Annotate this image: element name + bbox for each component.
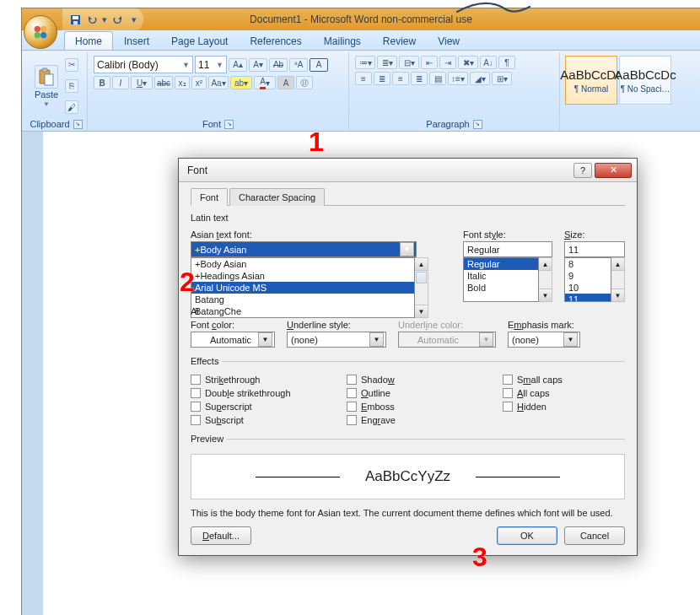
character-border-icon[interactable]: A <box>310 58 328 72</box>
office-button[interactable] <box>24 15 57 49</box>
dialog-tab-font[interactable]: Font <box>191 188 228 206</box>
chk-outline[interactable]: Outline <box>347 388 469 398</box>
subscript-button[interactable]: x₂ <box>175 76 190 89</box>
borders-icon[interactable]: ⊞▾ <box>492 72 512 85</box>
font-launcher-icon[interactable]: ↘ <box>224 120 234 129</box>
line-spacing-icon[interactable]: ↕≡▾ <box>448 72 468 85</box>
font-size-combo[interactable]: 11▼ <box>195 56 227 73</box>
dialog-titlebar[interactable]: Font ? ✕ <box>179 159 637 182</box>
tab-references[interactable]: References <box>239 31 312 50</box>
dropdown-scrollbar[interactable]: ▲ ▼ <box>415 257 428 318</box>
size-10[interactable]: 10 <box>565 282 611 294</box>
copy-icon[interactable]: ⎘ <box>65 79 78 93</box>
clear-formatting-icon[interactable]: Ab <box>269 58 288 72</box>
bold-button[interactable]: B <box>94 76 110 89</box>
tab-review[interactable]: Review <box>372 31 427 50</box>
font-color-combo[interactable]: Automatic▼ <box>191 332 275 348</box>
shrink-font-icon[interactable]: A▾ <box>249 58 267 72</box>
bullets-icon[interactable]: ≔▾ <box>355 56 375 69</box>
italic-button[interactable]: I <box>112 76 129 89</box>
chevron-down-icon[interactable]: ▼ <box>400 242 414 256</box>
chk-small-caps[interactable]: Small caps <box>503 375 625 385</box>
cancel-button[interactable]: Cancel <box>564 526 625 545</box>
shading-icon[interactable]: ◢▾ <box>470 72 490 85</box>
font-name-combo[interactable]: Calibri (Body)▼ <box>94 56 193 73</box>
clipboard-launcher-icon[interactable]: ↘ <box>73 120 83 129</box>
style-regular[interactable]: Regular <box>464 258 538 270</box>
style-normal[interactable]: AaBbCcDc ¶ Normal <box>565 56 617 105</box>
character-shading-icon[interactable]: A <box>277 76 294 89</box>
style-scrollbar[interactable]: ▲▼ <box>539 257 552 302</box>
default-button[interactable]: Default... <box>191 526 251 545</box>
size-scrollbar[interactable]: ▲▼ <box>611 257 625 302</box>
sort-icon[interactable]: A↓ <box>480 56 497 69</box>
chk-shadow[interactable]: Shadow <box>347 375 469 385</box>
option-batang[interactable]: Batang <box>191 294 414 305</box>
tab-insert[interactable]: Insert <box>113 31 160 50</box>
chk-subscript[interactable]: Subscript <box>191 415 313 425</box>
close-button[interactable]: ✕ <box>595 163 632 178</box>
option-arial-unicode[interactable]: Arial Unicode MS <box>191 282 414 294</box>
paragraph-launcher-icon[interactable]: ↘ <box>473 120 482 129</box>
size-9[interactable]: 9 <box>565 270 611 282</box>
scroll-down-icon[interactable]: ▼ <box>415 305 428 317</box>
size-input[interactable]: 11 <box>564 241 625 257</box>
undo-dropdown-icon[interactable]: ▾ <box>101 12 108 27</box>
justify-icon[interactable]: ≣ <box>411 72 428 85</box>
change-case-button[interactable]: Aa▾ <box>208 76 229 89</box>
tab-page-layout[interactable]: Page Layout <box>160 31 239 50</box>
decrease-indent-icon[interactable]: ⇤ <box>421 56 438 69</box>
option-headings-asian[interactable]: +Headings Asian <box>191 270 414 282</box>
chk-engrave[interactable]: Engrave <box>347 415 469 425</box>
scroll-thumb[interactable] <box>416 272 427 283</box>
format-painter-icon[interactable]: 🖌 <box>65 100 78 114</box>
ok-button[interactable]: OK <box>497 526 557 545</box>
chk-hidden[interactable]: Hidden <box>503 402 625 412</box>
enclose-characters-icon[interactable]: ㊐ <box>296 76 313 89</box>
chk-all-caps[interactable]: All caps <box>503 388 625 398</box>
scroll-up-icon[interactable]: ▲ <box>415 258 428 271</box>
tab-home[interactable]: Home <box>64 31 113 50</box>
increase-indent-icon[interactable]: ⇥ <box>439 56 456 69</box>
style-bold[interactable]: Bold <box>464 282 538 294</box>
option-body-asian[interactable]: +Body Asian <box>191 258 414 270</box>
chk-superscript[interactable]: Superscript <box>191 402 313 412</box>
font-style-input[interactable]: Regular <box>463 241 552 257</box>
undo-icon[interactable] <box>84 12 100 27</box>
multilevel-list-icon[interactable]: ⊟▾ <box>399 56 419 69</box>
tab-view[interactable]: View <box>427 31 471 50</box>
emphasis-mark-combo[interactable]: (none)▼ <box>508 332 580 348</box>
tab-mailings[interactable]: Mailings <box>313 31 372 50</box>
asian-font-combo[interactable]: +Body Asian▼ <box>191 241 417 257</box>
highlight-button[interactable]: ab▾ <box>230 76 252 89</box>
chk-emboss[interactable]: Emboss <box>347 402 469 412</box>
help-button[interactable]: ? <box>573 163 592 178</box>
underline-button[interactable]: U▾ <box>131 76 153 89</box>
save-icon[interactable] <box>67 12 83 27</box>
align-right-icon[interactable]: ≡ <box>392 72 409 85</box>
underline-style-combo[interactable]: (none)▼ <box>287 332 386 348</box>
style-italic[interactable]: Italic <box>464 270 538 282</box>
size-11[interactable]: 11 <box>565 294 611 302</box>
numbering-icon[interactable]: ≣▾ <box>377 56 397 69</box>
phonetic-guide-icon[interactable]: ᵃA <box>289 58 308 72</box>
option-batangche[interactable]: BatangChe <box>191 305 414 317</box>
font-color-button[interactable]: A▾ <box>254 76 276 89</box>
distributed-icon[interactable]: ▤ <box>429 72 446 85</box>
cut-icon[interactable]: ✂ <box>65 58 78 72</box>
redo-icon[interactable] <box>110 12 125 27</box>
style-no-spacing[interactable]: AaBbCcDc ¶ No Spaci… <box>619 56 671 105</box>
chk-strikethrough[interactable]: Strikethrough <box>191 375 313 385</box>
qat-customize-icon[interactable]: ▾ <box>130 12 138 27</box>
size-8[interactable]: 8 <box>565 258 611 270</box>
grow-font-icon[interactable]: A▴ <box>229 58 247 72</box>
dialog-tab-character-spacing[interactable]: Character Spacing <box>229 188 325 206</box>
chk-double-strike[interactable]: Double strikethrough <box>191 388 313 398</box>
asian-layout-icon[interactable]: ✖▾ <box>458 56 478 69</box>
show-marks-icon[interactable]: ¶ <box>498 56 515 69</box>
strikethrough-button[interactable]: abc <box>154 76 173 89</box>
align-left-icon[interactable]: ≡ <box>355 72 372 85</box>
paste-button[interactable]: Paste ▼ <box>30 54 63 118</box>
superscript-button[interactable]: x² <box>191 76 207 89</box>
align-center-icon[interactable]: ≣ <box>374 72 390 85</box>
